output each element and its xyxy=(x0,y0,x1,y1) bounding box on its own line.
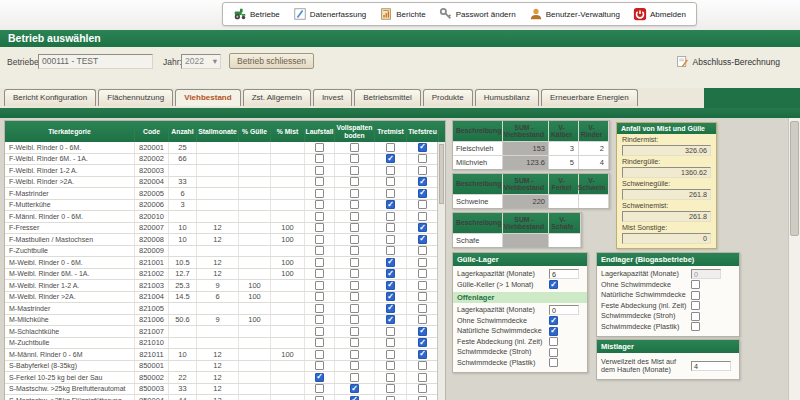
datenerfassung-button[interactable]: Datenerfassung xyxy=(293,7,366,21)
tiefstreu-checkbox[interactable] xyxy=(418,396,427,400)
tretmist-checkbox[interactable] xyxy=(386,304,395,313)
anzahl-cell[interactable]: 14.5 xyxy=(169,292,197,303)
guelle-cell[interactable] xyxy=(239,326,271,337)
mist-cell[interactable] xyxy=(271,361,305,372)
tiefstreu-checkbox[interactable] xyxy=(418,154,427,163)
tiefstreu-checkbox[interactable] xyxy=(418,361,427,370)
guelle-cell[interactable]: 100 xyxy=(239,280,271,291)
schwimmdecke-stroh-checkbox[interactable] xyxy=(549,348,558,357)
abmelden-button[interactable]: Abmelden xyxy=(633,7,686,21)
stallmonate-cell[interactable] xyxy=(197,338,239,349)
tiefstreu-checkbox[interactable] xyxy=(418,166,427,175)
feste-abdeckung-checkbox[interactable] xyxy=(549,337,558,346)
tretmist-checkbox[interactable] xyxy=(386,338,395,347)
guelle-cell[interactable] xyxy=(239,338,271,349)
guelle-cell[interactable] xyxy=(239,257,271,268)
mist-cell[interactable] xyxy=(271,165,305,176)
anzahl-cell[interactable] xyxy=(169,246,197,257)
mist-cell[interactable]: 100 xyxy=(271,257,305,268)
stallmonate-cell[interactable] xyxy=(197,165,239,176)
tretmist-checkbox[interactable] xyxy=(386,143,395,152)
tab-flaechennutzung[interactable]: Flächennutzung xyxy=(98,89,173,106)
tretmist-checkbox[interactable] xyxy=(386,200,395,209)
tiefstreu-checkbox[interactable] xyxy=(418,189,427,198)
mist-cell[interactable] xyxy=(271,326,305,337)
tab-viehbestand[interactable]: Viehbestand xyxy=(175,89,240,106)
anzahl-cell[interactable] xyxy=(169,303,197,314)
stallmonate-cell[interactable]: 6 xyxy=(197,292,239,303)
tiefstreu-checkbox[interactable] xyxy=(418,281,427,290)
schwimmdecke-plastik-checkbox[interactable] xyxy=(549,358,558,367)
tretmist-checkbox[interactable] xyxy=(386,327,395,336)
guelle-cell[interactable] xyxy=(239,177,271,188)
vollspaltenboden-checkbox[interactable] xyxy=(350,396,359,400)
mist-cell[interactable]: 100 xyxy=(271,223,305,234)
stallmonate-cell[interactable]: 12 xyxy=(197,269,239,280)
stallmonate-cell[interactable]: 12 xyxy=(197,361,239,372)
mist-cell[interactable] xyxy=(271,246,305,257)
tretmist-checkbox[interactable] xyxy=(386,361,395,370)
anzahl-cell[interactable]: 33 xyxy=(169,384,197,395)
mist-cell[interactable] xyxy=(271,315,305,326)
guelle-cell[interactable] xyxy=(239,188,271,199)
tretmist-checkbox[interactable] xyxy=(386,269,395,278)
vollspaltenboden-checkbox[interactable] xyxy=(350,338,359,347)
tiefstreu-checkbox[interactable] xyxy=(418,200,427,209)
anzahl-cell[interactable]: 33 xyxy=(169,177,197,188)
mist-cell[interactable] xyxy=(271,303,305,314)
mist-cell[interactable] xyxy=(271,372,305,383)
laufstall-checkbox[interactable] xyxy=(315,292,324,301)
mist-cell[interactable] xyxy=(271,154,305,165)
tiefstreu-checkbox[interactable] xyxy=(418,258,427,267)
endlager-schwimmdecke-stroh-checkbox[interactable] xyxy=(691,312,700,321)
guelle-cell[interactable]: 100 xyxy=(239,292,271,303)
laufstall-checkbox[interactable] xyxy=(315,373,324,382)
offen-lagerkapazitaet-input[interactable]: 0 xyxy=(549,305,579,315)
anzahl-cell[interactable] xyxy=(169,211,197,222)
laufstall-checkbox[interactable] xyxy=(315,350,324,359)
tiefstreu-checkbox[interactable] xyxy=(418,212,427,221)
vollspaltenboden-checkbox[interactable] xyxy=(350,361,359,370)
tretmist-checkbox[interactable] xyxy=(386,177,395,186)
anzahl-cell[interactable]: 25 xyxy=(169,142,197,153)
mist-cell[interactable] xyxy=(271,384,305,395)
vollspaltenboden-checkbox[interactable] xyxy=(350,200,359,209)
laufstall-checkbox[interactable] xyxy=(315,166,324,175)
stallmonate-cell[interactable]: 12 xyxy=(197,349,239,360)
tretmist-checkbox[interactable] xyxy=(386,212,395,221)
laufstall-checkbox[interactable] xyxy=(315,177,324,186)
anzahl-cell[interactable]: 10 xyxy=(169,349,197,360)
tiefstreu-checkbox[interactable] xyxy=(418,315,427,324)
stallmonate-cell[interactable] xyxy=(197,177,239,188)
laufstall-checkbox[interactable] xyxy=(315,338,324,347)
verweilzeit-input[interactable]: 4 xyxy=(691,361,731,371)
endlager-ohne-schwimmdecke-checkbox[interactable] xyxy=(691,280,700,289)
table-scrollbar[interactable] xyxy=(437,142,445,400)
tretmist-checkbox[interactable] xyxy=(386,292,395,301)
stallmonate-cell[interactable] xyxy=(197,142,239,153)
mist-cell[interactable] xyxy=(271,338,305,349)
laufstall-checkbox[interactable] xyxy=(315,304,324,313)
anzahl-cell[interactable] xyxy=(169,338,197,349)
tretmist-checkbox[interactable] xyxy=(386,384,395,393)
vollspaltenboden-checkbox[interactable] xyxy=(350,212,359,221)
tretmist-checkbox[interactable] xyxy=(386,246,395,255)
vollspaltenboden-checkbox[interactable] xyxy=(350,350,359,359)
tiefstreu-checkbox[interactable] xyxy=(418,269,427,278)
stallmonate-cell[interactable] xyxy=(197,246,239,257)
tretmist-checkbox[interactable] xyxy=(386,223,395,232)
ohne-schwimmdecke-checkbox[interactable] xyxy=(549,316,558,325)
guelle-cell[interactable] xyxy=(239,384,271,395)
vollspaltenboden-checkbox[interactable] xyxy=(350,154,359,163)
mist-cell[interactable]: 100 xyxy=(271,234,305,245)
laufstall-checkbox[interactable] xyxy=(315,281,324,290)
lagerkapazitaet-input[interactable]: 6 xyxy=(549,269,579,279)
guelle-cell[interactable] xyxy=(239,142,271,153)
anzahl-cell[interactable]: 10.5 xyxy=(169,257,197,268)
guelle-cell[interactable] xyxy=(239,303,271,314)
tretmist-checkbox[interactable] xyxy=(386,396,395,400)
tiefstreu-checkbox[interactable] xyxy=(418,177,427,186)
guelle-cell[interactable] xyxy=(239,200,271,211)
mist-cell[interactable]: 100 xyxy=(271,349,305,360)
vollspaltenboden-checkbox[interactable] xyxy=(350,315,359,324)
